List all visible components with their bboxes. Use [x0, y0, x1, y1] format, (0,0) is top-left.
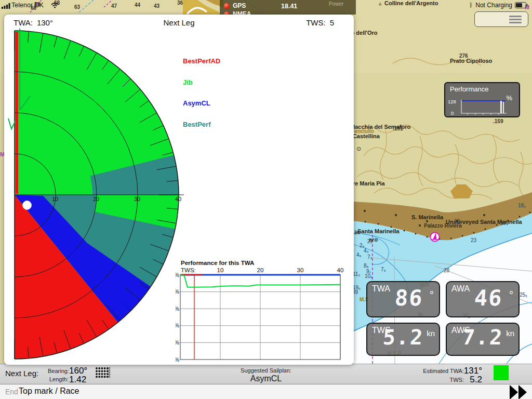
route-bar: End Top mark / Race [0, 384, 532, 399]
instrument-tws[interactable]: TWS 5.2 kn [366, 323, 440, 356]
next-leg-bar: Next Leg: Bearing: 160° Length: 1.42 Sug… [0, 364, 532, 384]
sailplan-status-swatch[interactable] [494, 365, 509, 380]
bar-tws-value: 5.2 [470, 375, 482, 385]
performance-widget-ymin: 0 [451, 110, 454, 116]
legend-item: AsymCL [183, 99, 220, 106]
instrument-unit: ° [509, 289, 513, 301]
gps-value: 18.41 [281, 3, 297, 10]
svg-text:TWS:: TWS: [181, 267, 196, 273]
polar-legend: BestPerfADJibAsymCLBestPerf [183, 57, 220, 141]
svg-text:40: 40 [175, 196, 181, 202]
svg-text:80%: 80% [176, 289, 179, 295]
svg-text:40%: 40% [176, 323, 179, 328]
instrument-unit: kn [427, 329, 435, 338]
battery-status: ᛒ Not Charging [469, 2, 528, 9]
instrument-awa[interactable]: AWA 46 ° [446, 281, 520, 317]
instrument-twa[interactable]: TWA 86 ° [366, 281, 440, 317]
screen: ▵Colline dell'ArgentoCampo dell'Oro276Pr… [0, 0, 532, 399]
instrument-label: TWA [372, 284, 390, 294]
instrument-value: 5.2 [382, 325, 424, 349]
performance-widget-unit: % [506, 94, 512, 102]
instrument-value: 46 [474, 285, 504, 311]
svg-text:20%: 20% [176, 340, 179, 345]
menu-button[interactable] [474, 11, 528, 27]
instrument-value: 7.2 [461, 325, 503, 349]
fast-forward-button[interactable] [509, 384, 529, 399]
svg-text:Performance for this TWA: Performance for this TWA [181, 260, 254, 266]
bar-tws-label: TWS: [450, 377, 464, 383]
svg-text:10: 10 [217, 267, 224, 273]
svg-text:40: 40 [337, 267, 344, 273]
performance-widget-ymax: 128 [448, 99, 456, 104]
gps-label: GPS [233, 2, 246, 9]
wifi-icon [50, 2, 59, 8]
svg-text:100%: 100% [176, 272, 179, 278]
bluetooth-icon: ᛒ [469, 2, 473, 9]
polar-panel: TWA:130° Next Leg TWS:5 [4, 15, 354, 365]
gps-status-box: GPS 18.41 Power NMEA [220, 0, 356, 15]
carrier-label: Telenor DK [11, 2, 44, 9]
nmea-label: NMEA [233, 10, 251, 15]
svg-text:30: 30 [297, 267, 304, 273]
legend-item: Jib [183, 78, 220, 85]
svg-text:30: 30 [134, 196, 140, 202]
svg-text:60%: 60% [176, 306, 179, 312]
svg-text:20: 20 [257, 267, 264, 273]
marina-symbol[interactable] [431, 233, 440, 242]
instrument-label: AWA [451, 284, 470, 294]
twa-performance-chart[interactable]: Performance for this TWATWS:10203040100%… [176, 259, 347, 363]
performance-widget[interactable]: Performance % 128 0 [444, 82, 520, 117]
instrument-unit: ° [430, 289, 434, 301]
cell-signal-icon [2, 3, 11, 9]
instrument-aws[interactable]: AWS 7.2 kn [446, 323, 520, 356]
legend-item: BestPerf [183, 121, 220, 127]
performance-widget-title: Performance [450, 85, 488, 93]
svg-text:10: 10 [52, 196, 58, 202]
instrument-value: 86 [394, 285, 424, 311]
charging-label: Not Charging [475, 2, 512, 9]
battery-icon [515, 2, 528, 8]
route-name: Top mark / Race [19, 387, 79, 396]
estimated-twa-label: Estimated TWA: [423, 368, 464, 374]
gps-status-dot [224, 3, 230, 9]
instrument-unit: kn [506, 329, 514, 338]
svg-text:0%: 0% [176, 357, 179, 363]
legend-item: BestPerfAD [183, 57, 220, 64]
boat-marker[interactable] [23, 201, 32, 210]
power-label: Power [329, 1, 343, 7]
hamburger-icon [509, 16, 522, 25]
svg-text:20: 20 [93, 196, 99, 202]
route-end-label: End [5, 388, 18, 396]
